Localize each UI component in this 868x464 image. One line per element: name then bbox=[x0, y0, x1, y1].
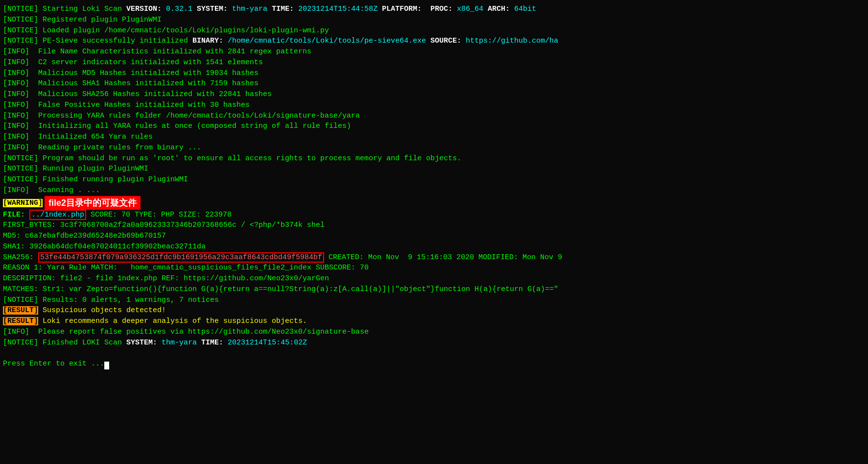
line-info-report: [INFO] Please report false positives via… bbox=[3, 327, 865, 338]
filename-box: ../1ndex.php bbox=[29, 210, 86, 220]
line-result-1: [RESULT] Suspicious objects detected! bbox=[3, 305, 865, 316]
line-5: [INFO] File Name Characteristics initial… bbox=[3, 47, 865, 57]
result-tag: [RESULT] bbox=[3, 317, 38, 325]
line-16: [NOTICE] Running plugin PluginWMI bbox=[3, 164, 865, 174]
line-result-2: [RESULT] Loki recommends a deeper analys… bbox=[3, 316, 865, 327]
line-8: [INFO] Malicious SHA1 Hashes initialized… bbox=[3, 78, 865, 89]
line-md5: MD5: c6a7ebafdbe239d65248e2b69b670157 bbox=[3, 231, 865, 242]
line-14: [INFO] Reading private rules from binary… bbox=[3, 143, 865, 153]
line-4: [NOTICE] PE-Sieve successfully initializ… bbox=[3, 36, 865, 47]
line-13: [INFO] Initialized 654 Yara rules bbox=[3, 132, 865, 143]
line-9: [INFO] Malicious SHA256 Hashes initializ… bbox=[3, 89, 865, 100]
line-content: Starting Loki Scan VERSION: 0.32.1 SYSTE… bbox=[38, 5, 536, 13]
line-10: [INFO] False Positive Hashes initialized… bbox=[3, 100, 865, 111]
terminal-cursor bbox=[104, 362, 109, 369]
line-sha256: SHA256: 53fe44b4753874f079a936325d1fdc9b… bbox=[3, 252, 865, 263]
line-1: [NOTICE] Starting Loki Scan VERSION: 0.3… bbox=[3, 4, 865, 15]
line-15: [NOTICE] Program should be run as 'root'… bbox=[3, 153, 865, 164]
notice-tag: [NOTICE] bbox=[3, 37, 38, 45]
line-file: FILE: ../1ndex.php SCORE: 70 TYPE: PHP S… bbox=[3, 210, 865, 220]
notice-tag: [NOTICE] bbox=[3, 16, 38, 24]
footer-line: Press Enter to exit ... bbox=[3, 359, 865, 369]
line-finished: [NOTICE] Finished LOKI Scan SYSTEM: thm-… bbox=[3, 338, 865, 348]
blank-line bbox=[3, 348, 865, 359]
line-3: [NOTICE] Loaded plugin /home/cmnatic/too… bbox=[3, 25, 865, 36]
line-17: [NOTICE] Finished running plugin PluginW… bbox=[3, 174, 865, 185]
annotation-box: file2目录中的可疑文件 bbox=[45, 196, 141, 210]
line-description: DESCRIPTION: file2 - file 1ndex.php REF:… bbox=[3, 273, 865, 284]
warning-tag: [WARNING] bbox=[3, 199, 43, 207]
line-6: [INFO] C2 server indicators initialized … bbox=[3, 57, 865, 68]
line-2: [NOTICE] Registered plugin PluginWMI bbox=[3, 15, 865, 25]
line-7: [INFO] Malicious MD5 Hashes initialized … bbox=[3, 68, 865, 79]
line-18: [INFO] Scanning . ... bbox=[3, 185, 865, 196]
notice-tag: [NOTICE] bbox=[3, 5, 38, 13]
line-firstbytes: FIRST_BYTES: 3c3f7068700a2f2a0a096233373… bbox=[3, 220, 865, 231]
line-sha1: SHA1: 3926ab64dcf04e87024011cf39902beac3… bbox=[3, 242, 865, 252]
line-results-notice: [NOTICE] Results: 0 alerts, 1 warnings, … bbox=[3, 295, 865, 306]
footer-text: Press Enter to exit ... bbox=[3, 360, 104, 368]
terminal-container: [NOTICE] Starting Loki Scan VERSION: 0.3… bbox=[3, 4, 865, 369]
line-11: [INFO] Processing YARA rules folder /hom… bbox=[3, 111, 865, 122]
sha256-hash-box: 53fe44b4753874f079a936325d1fdc9b1691956a… bbox=[38, 252, 324, 263]
line-19-warning: [WARNING]file2目录中的可疑文件 bbox=[3, 196, 865, 210]
line-12: [INFO] Initializing all YARA rules at on… bbox=[3, 121, 865, 132]
notice-tag: [NOTICE] bbox=[3, 26, 38, 35]
line-matches: MATCHES: Str1: var Zepto=function(){func… bbox=[3, 284, 865, 295]
line-reason: REASON 1: Yara Rule MATCH: home_cmnatic_… bbox=[3, 263, 865, 273]
result-tag: [RESULT] bbox=[3, 306, 38, 315]
